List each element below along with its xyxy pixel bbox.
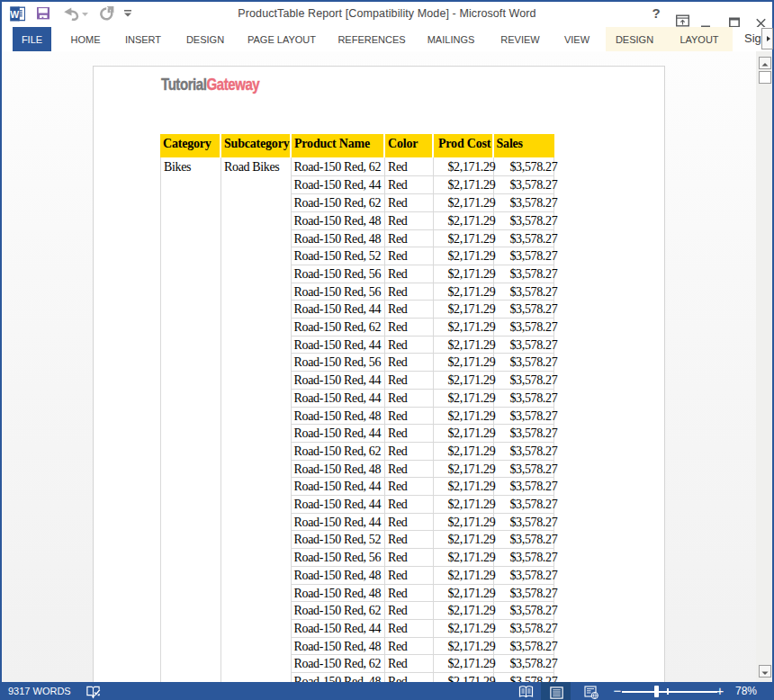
svg-text:W: W [10, 8, 19, 19]
